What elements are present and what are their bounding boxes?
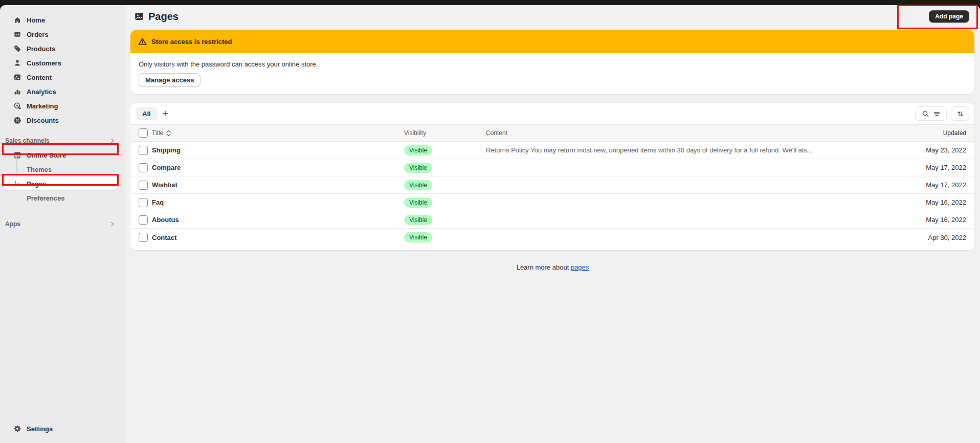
visibility-badge: Visible bbox=[404, 232, 432, 242]
gear-icon bbox=[13, 425, 21, 433]
sidebar-item-label: Orders bbox=[27, 31, 49, 38]
table-row[interactable]: Wishlist Visible May 17, 2022 bbox=[130, 176, 974, 194]
row-updated: May 23, 2022 bbox=[859, 146, 966, 154]
column-header-visibility: Visibility bbox=[404, 129, 486, 137]
column-header-updated: Updated bbox=[859, 129, 966, 137]
sidebar-item-online-store[interactable]: Online Store bbox=[4, 148, 121, 162]
search-and-filter-button[interactable] bbox=[915, 106, 947, 121]
nav-connector-line bbox=[16, 154, 17, 178]
table-row[interactable]: Shipping Visible Returns Policy You may … bbox=[130, 142, 974, 159]
window-topbar bbox=[0, 0, 980, 5]
products-icon bbox=[13, 45, 21, 53]
table-header-row: Title Visibility Content Updated bbox=[130, 124, 974, 142]
add-page-button[interactable]: Add page bbox=[929, 10, 969, 23]
sidebar-item-home[interactable]: Home bbox=[4, 13, 121, 27]
table-row[interactable]: Contact Visible Apr 30, 2022 bbox=[130, 229, 974, 246]
table-row[interactable]: Aboutus Visible May 16, 2022 bbox=[130, 211, 974, 229]
sidebar-item-label: Settings bbox=[27, 425, 53, 433]
sidebar-nav: Home Orders Products Customers Content A… bbox=[0, 5, 125, 127]
sidebar-item-label: Content bbox=[27, 74, 52, 81]
row-title[interactable]: Contact bbox=[152, 234, 404, 241]
pages-icon bbox=[134, 11, 144, 21]
visibility-badge: Visible bbox=[404, 145, 432, 156]
main-content: Pages Add page Store access is restricte… bbox=[125, 5, 980, 443]
banner-header: Store access is restricted bbox=[130, 30, 974, 53]
plus-icon bbox=[162, 110, 169, 117]
row-updated: May 17, 2022 bbox=[859, 181, 966, 189]
sort-carets-icon[interactable] bbox=[166, 130, 171, 137]
sales-channels-label: Sales channels bbox=[5, 137, 50, 144]
sidebar-item-label: Marketing bbox=[27, 102, 58, 110]
row-checkbox[interactable] bbox=[139, 198, 148, 207]
sidebar-item-label: Discounts bbox=[27, 117, 59, 124]
content-icon bbox=[13, 73, 21, 81]
row-title[interactable]: Wishlist bbox=[152, 181, 404, 189]
sidebar-item-marketing[interactable]: Marketing bbox=[4, 99, 121, 113]
row-checkbox[interactable] bbox=[139, 181, 148, 190]
page-title-text: Pages bbox=[148, 11, 179, 23]
row-title[interactable]: Faq bbox=[152, 198, 404, 206]
marketing-icon bbox=[13, 102, 21, 110]
row-title[interactable]: Compare bbox=[152, 164, 404, 171]
orders-icon bbox=[13, 30, 21, 38]
table-row[interactable]: Compare Visible May 17, 2022 bbox=[130, 159, 974, 176]
sidebar-item-customers[interactable]: Customers bbox=[4, 56, 121, 70]
filter-icon bbox=[933, 110, 941, 118]
visibility-badge: Visible bbox=[404, 215, 432, 225]
row-updated: May 17, 2022 bbox=[859, 164, 966, 171]
sidebar-item-label: Home bbox=[27, 16, 45, 24]
visibility-badge: Visible bbox=[404, 197, 432, 208]
sidebar-item-orders[interactable]: Orders bbox=[4, 27, 121, 41]
row-checkbox[interactable] bbox=[139, 146, 148, 155]
table-row[interactable]: Faq Visible May 16, 2022 bbox=[130, 194, 974, 211]
sidebar-item-pages[interactable]: Pages bbox=[4, 177, 117, 190]
table-tabs-row: All bbox=[130, 103, 974, 124]
column-header-title[interactable]: Title bbox=[152, 129, 163, 137]
banner-body: Only visitors with the password can acce… bbox=[130, 53, 974, 94]
customers-icon bbox=[13, 59, 21, 67]
row-checkbox[interactable] bbox=[139, 163, 148, 172]
footer-text: Learn more about bbox=[517, 263, 569, 271]
page-header: Pages Add page bbox=[125, 5, 980, 28]
sidebar-item-discounts[interactable]: Discounts bbox=[4, 113, 121, 127]
row-updated: Apr 30, 2022 bbox=[859, 234, 966, 241]
sidebar-item-label: Customers bbox=[27, 59, 61, 67]
row-updated: May 16, 2022 bbox=[859, 198, 966, 206]
sidebar-item-label: Analytics bbox=[27, 88, 56, 96]
page-title: Pages bbox=[134, 11, 179, 23]
add-view-button[interactable] bbox=[158, 107, 173, 120]
home-icon bbox=[13, 16, 21, 24]
banner-title: Store access is restricted bbox=[151, 38, 232, 46]
sidebar-item-settings[interactable]: Settings bbox=[4, 422, 121, 436]
sort-button[interactable] bbox=[951, 106, 969, 121]
row-title[interactable]: Aboutus bbox=[152, 216, 404, 224]
row-title[interactable]: Shipping bbox=[152, 146, 404, 154]
tab-all[interactable]: All bbox=[136, 107, 158, 120]
sidebar-item-preferences[interactable]: Preferences bbox=[0, 191, 125, 205]
sidebar-item-label: Themes bbox=[27, 166, 52, 173]
row-checkbox[interactable] bbox=[139, 233, 148, 242]
sidebar-section-sales-channels[interactable]: Sales channels bbox=[0, 134, 125, 148]
sidebar-item-content[interactable]: Content bbox=[4, 70, 121, 84]
pages-help-link[interactable]: pages bbox=[571, 263, 589, 271]
store-access-banner: Store access is restricted Only visitors… bbox=[130, 30, 974, 94]
table-body: Shipping Visible Returns Policy You may … bbox=[130, 142, 974, 246]
discounts-icon bbox=[13, 116, 21, 124]
sidebar-item-analytics[interactable]: Analytics bbox=[4, 84, 121, 99]
row-checkbox[interactable] bbox=[139, 215, 148, 225]
sidebar-item-label: Online Store bbox=[27, 151, 66, 159]
manage-access-button[interactable]: Manage access bbox=[139, 73, 201, 87]
pages-table-card: All Title Visibility bbox=[130, 103, 974, 250]
sidebar-item-products[interactable]: Products bbox=[4, 41, 121, 56]
visibility-badge: Visible bbox=[404, 180, 432, 190]
sub-arrow-icon bbox=[13, 180, 21, 188]
row-updated: May 16, 2022 bbox=[859, 216, 966, 224]
visibility-badge: Visible bbox=[404, 163, 432, 173]
sidebar-item-themes[interactable]: Themes bbox=[0, 162, 125, 176]
sort-icon bbox=[956, 110, 964, 118]
sidebar-item-label: Products bbox=[27, 45, 55, 53]
chevron-right-icon bbox=[109, 221, 116, 227]
sidebar-section-apps[interactable]: Apps bbox=[0, 217, 125, 231]
sidebar-item-label: Pages bbox=[27, 180, 46, 188]
select-all-checkbox[interactable] bbox=[139, 128, 148, 138]
